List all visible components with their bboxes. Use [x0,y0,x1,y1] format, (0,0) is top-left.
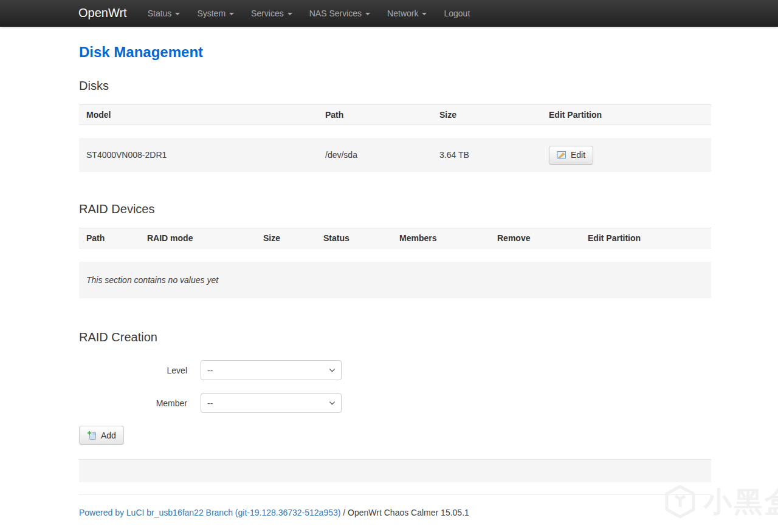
nav-item-system[interactable]: System [188,1,243,26]
member-field-label: Member [79,398,201,408]
raid-devices-table-header: Path RAID mode Size Status Members Remov… [79,228,711,248]
footer-version-text: / OpenWrt Chaos Calmer 15.05.1 [340,508,469,517]
watermark-text: 小黑盒 [704,483,778,521]
column-header-model: Model [79,110,318,120]
column-header-raid-mode: RAID mode [140,233,256,243]
nav-item-network[interactable]: Network [379,1,435,26]
nav-item-logout[interactable]: Logout [435,1,478,26]
nav-item-label: Services [251,9,284,18]
nav-item-label: Logout [444,9,470,18]
column-header-edit-partition: Edit Partition [580,233,711,243]
disk-path-cell: /dev/sda [318,150,432,160]
disk-table-row: ST4000VN008-2DR1 /dev/sda 3.64 TB Edit [79,138,711,172]
disk-size-cell: 3.64 TB [432,150,542,160]
disks-section-heading: Disks [79,79,711,93]
caret-down-icon [365,13,370,15]
caret-down-icon [229,13,234,15]
add-raid-button[interactable]: Add [79,426,124,445]
nav-item-label: System [197,9,225,18]
add-document-icon [87,431,97,440]
column-header-members: Members [392,233,490,243]
disks-table-header: Model Path Size Edit Partition [79,104,711,125]
nav-item-nas-services[interactable]: NAS Services [301,1,379,26]
nav-item-label: Network [387,9,418,18]
empty-section-text: This section contains no values yet [86,275,218,285]
raid-level-select[interactable]: -- [201,360,342,380]
raid-devices-section-heading: RAID Devices [79,202,711,216]
disks-table: Model Path Size Edit Partition ST4000VN0… [79,104,711,172]
nav-item-services[interactable]: Services [243,1,301,26]
raid-creation-section-heading: RAID Creation [79,330,711,344]
caret-down-icon [422,13,427,15]
top-navbar: OpenWrt Status System Services NAS Servi… [0,0,778,27]
nav-item-status[interactable]: Status [139,1,189,26]
column-header-path: Path [79,233,140,243]
raid-devices-table: Path RAID mode Size Status Members Remov… [79,228,711,298]
caret-down-icon [287,13,292,15]
column-header-remove: Remove [490,233,580,243]
edit-pencil-icon [557,150,566,160]
raid-creation-form: Level -- Member -- [79,360,711,445]
disk-model-cell: ST4000VN008-2DR1 [79,150,318,160]
caret-down-icon [175,13,180,15]
column-header-size: Size [256,233,316,243]
column-header-path: Path [318,110,432,120]
footer-divider [79,494,711,495]
luci-branch-link[interactable]: Powered by LuCI br_usb16fan22 Branch (gi… [79,508,340,517]
raid-devices-empty-row: This section contains no values yet [79,262,711,298]
nav-item-label: Status [148,9,172,18]
column-header-edit-partition: Edit Partition [542,110,711,120]
raid-member-select[interactable]: -- [201,393,342,413]
column-header-status: Status [316,233,392,243]
add-button-label: Add [101,431,116,440]
brand-openwrt[interactable]: OpenWrt [78,6,127,20]
level-field-label: Level [79,366,201,375]
page-actions-band [79,459,711,482]
edit-partition-button[interactable]: Edit [549,146,593,165]
nav-item-label: NAS Services [309,9,362,18]
edit-button-label: Edit [571,150,585,160]
column-header-size: Size [432,110,542,120]
footer: Powered by LuCI br_usb16fan22 Branch (gi… [79,508,711,517]
page-title: Disk Management [79,44,711,61]
